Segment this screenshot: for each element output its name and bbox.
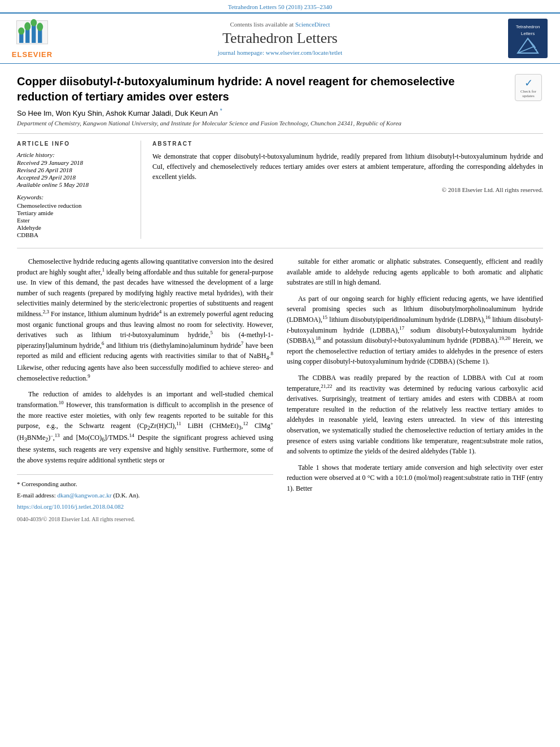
elsevier-text: ELSEVIER (12, 50, 53, 59)
sciencedirect-link[interactable]: ScienceDirect (295, 21, 330, 28)
email-name: (D.K. An). (113, 492, 140, 499)
page-wrapper: Tetrahedron Letters 50 (2018) 2335–2340 … (0, 0, 560, 535)
keyword-2: Tertiary amide (17, 209, 132, 216)
svg-rect-3 (32, 24, 36, 43)
svg-rect-1 (19, 34, 23, 43)
keywords-section: Keywords: Chemoselective reduction Terti… (17, 194, 132, 238)
article-title-section: Copper diisobutyl-t-butoxyaluminum hydri… (17, 74, 543, 104)
authors-text: So Hee Im, Won Kyu Shin, Ashok Kumar Jal… (17, 109, 218, 117)
email-footnote: E-mail address: dkan@kangwon.ac.kr (D.K.… (17, 491, 273, 500)
keyword-4: Aldehyde (17, 224, 132, 231)
email-label: E-mail address: (17, 492, 56, 499)
journal-top-bar: Tetrahedron Letters 50 (2018) 2335–2340 (0, 0, 560, 12)
article-title: Copper diisobutyl-t-butoxyaluminum hydri… (17, 74, 506, 104)
svg-text:Letters: Letters (521, 31, 535, 36)
abstract-col: ABSTRACT We demonstrate that copper diis… (152, 141, 543, 239)
received-date: Received 29 January 2018 (17, 159, 132, 166)
corresponding-asterisk: * (220, 108, 222, 114)
svg-rect-2 (25, 28, 29, 43)
tetrahedron-icon: Tetrahedron Letters (508, 18, 548, 59)
footnote-section: * Corresponding author. E-mail address: … (17, 474, 273, 524)
sciencedirect-line: Contents lists available at ScienceDirec… (63, 21, 497, 28)
article-info-label: ARTICLE INFO (17, 141, 132, 147)
available-date: Available online 5 May 2018 (17, 181, 132, 188)
section-divider (17, 248, 543, 248)
keyword-1: Chemoselective reduction (17, 202, 132, 209)
para-r4: Table 1 shows that moderate tertiary ami… (287, 462, 543, 494)
check-icon: ✓ (524, 77, 533, 89)
col-left: Chemoselective hydride reducing agents a… (17, 256, 273, 524)
history-label: Article history: (17, 151, 132, 158)
svg-point-8 (37, 23, 43, 31)
issn-line: 0040-4039/© 2018 Elsevier Ltd. All right… (17, 515, 273, 524)
journal-homepage: journal homepage: www.elsevier.com/locat… (63, 49, 497, 56)
para-2: The reduction of amides to aldehydes is … (17, 389, 273, 465)
header-section: ELSEVIER Contents lists available at Sci… (0, 12, 560, 64)
svg-point-7 (30, 19, 37, 27)
check-for-updates-badge: ✓ Check for updates (515, 74, 543, 101)
svg-rect-4 (38, 29, 42, 43)
para-1: Chemoselective hydride reducing agents a… (17, 256, 273, 383)
keywords-label: Keywords: (17, 194, 132, 200)
svg-point-5 (18, 28, 24, 35)
abstract-text: We demonstrate that copper diisobutyl-t-… (152, 151, 543, 182)
journal-title: Tetrahedron Letters (63, 30, 497, 47)
article-info-col: ARTICLE INFO Article history: Received 2… (17, 141, 141, 239)
col-right: suitable for either aromatic or aliphati… (287, 256, 543, 524)
accepted-date: Accepted 29 April 2018 (17, 174, 132, 181)
article-history: Article history: Received 29 January 201… (17, 151, 132, 188)
keyword-5: CDBBA (17, 231, 132, 238)
revised-date: Revised 26 April 2018 (17, 167, 132, 173)
para-r2: As part of our ongoing search for highly… (287, 294, 543, 367)
corresponding-footnote: * Corresponding author. (17, 479, 273, 489)
svg-text:Tetrahedron: Tetrahedron (516, 24, 540, 29)
para-r3: The CDBBA was readily prepared by the re… (287, 373, 543, 457)
copyright-line: © 2018 Elsevier Ltd. All rights reserved… (152, 186, 543, 193)
doi-link[interactable]: https://doi.org/10.1016/j.tetlet.2018.04… (17, 503, 124, 510)
corresponding-label: * Corresponding author. (17, 480, 77, 487)
journal-citation: Tetrahedron Letters 50 (2018) 2335–2340 (228, 3, 332, 10)
article-body: Copper diisobutyl-t-butoxyaluminum hydri… (0, 64, 560, 535)
main-columns: Chemoselective hydride reducing agents a… (17, 256, 543, 524)
homepage-link[interactable]: journal homepage: www.elsevier.com/locat… (218, 49, 342, 56)
elsevier-tree-icon (12, 18, 52, 49)
keyword-3: Ester (17, 217, 132, 224)
header-center: Contents lists available at ScienceDirec… (63, 21, 497, 56)
abstract-label: ABSTRACT (152, 141, 543, 147)
check-label: Check for updates (515, 89, 541, 98)
svg-point-6 (24, 22, 30, 30)
elsevier-logo: ELSEVIER (7, 18, 58, 59)
article-meta-section: ARTICLE INFO Article history: Received 2… (17, 133, 543, 239)
contents-label: Contents lists available at (230, 21, 294, 28)
para-r1: suitable for either aromatic or aliphati… (287, 256, 543, 288)
tetrahedron-logo: Tetrahedron Letters (502, 18, 553, 59)
article-affiliation: Department of Chemistry, Kangwon Nationa… (17, 120, 543, 126)
email-link[interactable]: dkan@kangwon.ac.kr (57, 492, 111, 499)
doi-footnote: https://doi.org/10.1016/j.tetlet.2018.04… (17, 502, 273, 512)
article-authors: So Hee Im, Won Kyu Shin, Ashok Kumar Jal… (17, 109, 543, 117)
check-badge: ✓ Check for updates (515, 74, 542, 101)
